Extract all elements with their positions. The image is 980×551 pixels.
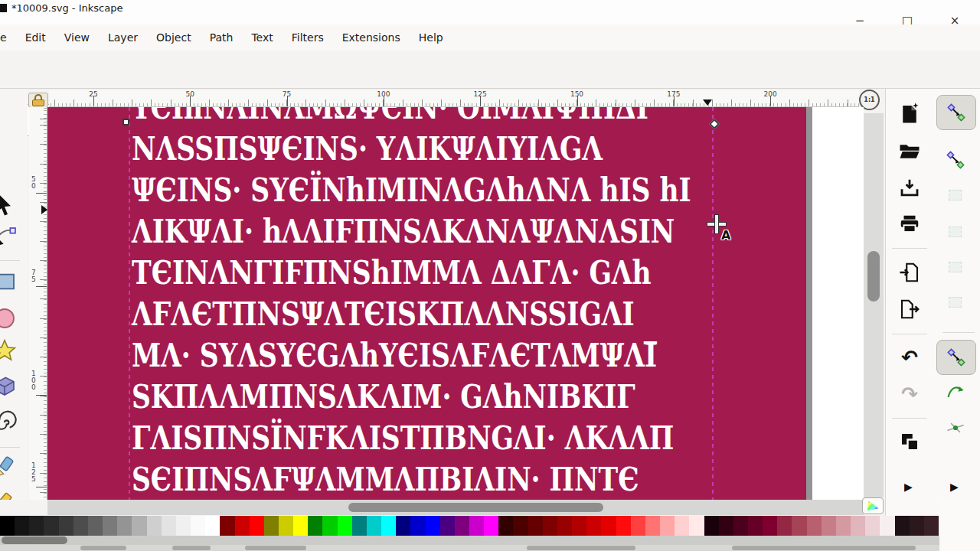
palette-swatch[interactable] <box>410 516 425 536</box>
canvas-text-line[interactable]: SΚΠΛΛΜΠΝSΛΚΛΙΜ· GΛhΝΙΒΚΙΓ <box>132 378 635 416</box>
palette-swatch[interactable] <box>29 516 44 536</box>
canvas-text-line[interactable]: ΝΛSSΠSΨЄΙΝS· ΥΛΙΚΨΛΙΥΙΛGΛ <box>132 130 603 168</box>
palette-swatch[interactable] <box>205 516 220 536</box>
box-3d-tool[interactable] <box>0 373 17 398</box>
palette-swatch[interactable] <box>293 516 308 536</box>
canvas-text-line[interactable]: ΛΙΚΨΛΙ· hΛΛΙϜΠΝSΛΚΛΝΛΨΛΝΛSΙΝ <box>132 213 675 250</box>
canvas-text-line[interactable]: ΜΛ· SΥΛSΥЄGΛhΥЄΙSΛϜΛЄΤΛΜΨΛΙ̅ <box>132 337 657 374</box>
palette-swatch[interactable] <box>851 516 865 536</box>
text-frame-square-handle[interactable] <box>122 119 129 126</box>
palette-swatch[interactable] <box>0 516 15 536</box>
palette-swatch[interactable] <box>807 516 822 536</box>
palette-swatch[interactable] <box>74 516 88 536</box>
palette-swatch[interactable] <box>822 516 836 536</box>
palette-swatch[interactable] <box>910 516 924 536</box>
snap-master-toggle[interactable] <box>936 95 976 130</box>
palette-swatch[interactable] <box>719 516 733 536</box>
menu-item-view[interactable]: View <box>64 31 90 44</box>
palette-swatch[interactable] <box>88 516 103 536</box>
menu-item-edit[interactable]: Edit <box>25 31 46 44</box>
menu-item-filters[interactable]: Filters <box>292 31 324 44</box>
print-icon[interactable] <box>898 213 921 236</box>
palette-swatch[interactable] <box>763 516 777 536</box>
horizontal-scrollbar[interactable] <box>47 500 864 515</box>
palette-swatch[interactable] <box>308 516 322 536</box>
palette-swatch[interactable] <box>367 516 381 536</box>
open-document-icon[interactable] <box>898 140 921 163</box>
palette-swatch[interactable] <box>426 516 440 536</box>
palette-swatch[interactable] <box>338 516 352 536</box>
snap-path-curve-icon[interactable] <box>946 383 965 403</box>
snap-paths-icon[interactable] <box>949 227 962 237</box>
palette-swatch[interactable] <box>865 516 880 536</box>
vertical-ruler[interactable]: 5 07 51 0 01 2 5 <box>29 107 47 500</box>
palette-swatch[interactable] <box>777 516 792 536</box>
text-frame-right-edge[interactable] <box>712 107 714 500</box>
palette-swatch[interactable] <box>601 516 616 536</box>
canvas-text-line[interactable]: SЄΙΠΝSΛϜΨΛΜΜΛΠΒΙΛΙΝ· ΠΝΤЄ <box>132 461 639 498</box>
ellipse-tool[interactable] <box>0 306 17 331</box>
palette-swatch[interactable] <box>44 516 58 536</box>
palette-swatch[interactable] <box>322 516 337 536</box>
palette-swatch[interactable] <box>191 516 205 536</box>
palette-swatch[interactable] <box>235 516 250 536</box>
palette-swatch[interactable] <box>440 516 455 536</box>
vertical-scrollbar-thumb[interactable] <box>867 251 880 302</box>
menu-item-e[interactable]: e <box>0 31 7 44</box>
snap-overflow-arrow[interactable]: ▶ <box>950 481 959 493</box>
menu-item-text[interactable]: Text <box>251 31 273 44</box>
palette-swatch[interactable] <box>455 516 469 536</box>
palette-swatch[interactable] <box>132 516 146 536</box>
palette-swatch[interactable] <box>675 516 689 536</box>
palette-swatch[interactable] <box>895 516 910 536</box>
palette-swatch[interactable] <box>117 516 132 536</box>
canvas-text-line[interactable]: ΨЄΙΝS· SΥЄΪΝhΙΜΙΝΛGΛhΛΝΛ hΙS hΙ <box>132 171 691 209</box>
palette-swatch[interactable] <box>396 516 410 536</box>
palette-swatch[interactable] <box>220 516 234 536</box>
palette-swatch[interactable] <box>704 516 719 536</box>
palette-swatch[interactable] <box>689 516 704 536</box>
palette-swatch[interactable] <box>660 516 675 536</box>
palette-swatch[interactable] <box>381 516 396 536</box>
palette-swatch[interactable] <box>513 516 528 536</box>
palette-swatch[interactable] <box>469 516 484 536</box>
horizontal-scrollbar-thumb[interactable] <box>348 503 603 512</box>
import-icon[interactable] <box>898 261 921 284</box>
vertical-scrollbar[interactable] <box>864 113 884 497</box>
canvas-text-line[interactable]: ΓΛΙSΠΝSΪΝϜΚΛΙSΤΠΒΝGΛΙ· ΛΚΛΛΠ <box>132 419 674 457</box>
node-tool[interactable] <box>0 223 17 248</box>
canvas-text-line[interactable]: ΥЄΪhΝΛΙΝΛΜΩΨЄΙΝ· ΟΙΜΛΙΨΙΠΔΙ <box>132 107 648 126</box>
palette-swatch[interactable] <box>572 516 586 536</box>
canvas-viewport[interactable]: ΥЄΪhΝΛΙΝΛΜΩΨЄΙΝ· ΟΙΜΛΙΨΙΠΔΙΝΛSSΠSΨЄΙΝS· … <box>47 107 864 500</box>
snap-centers-icon[interactable] <box>949 262 962 272</box>
snap-bounding-box-icon[interactable] <box>946 150 965 170</box>
palette-swatch[interactable] <box>352 516 367 536</box>
palette-swatch[interactable] <box>176 516 191 536</box>
selector-tool[interactable] <box>0 193 17 217</box>
palette-swatch[interactable] <box>880 516 894 536</box>
palette-swatch[interactable] <box>586 516 601 536</box>
text-frame-left-edge[interactable] <box>129 107 130 500</box>
star-tool[interactable] <box>0 338 17 363</box>
palette-swatch[interactable] <box>836 516 851 536</box>
undo-icon[interactable]: ↶ <box>898 346 921 369</box>
palette-swatch[interactable] <box>792 516 806 536</box>
palette-swatch[interactable] <box>162 516 176 536</box>
spiral-tool[interactable] <box>0 410 17 435</box>
menu-item-extensions[interactable]: Extensions <box>342 31 400 44</box>
menu-item-object[interactable]: Object <box>156 31 191 44</box>
save-document-icon[interactable] <box>898 177 921 200</box>
palette-swatch[interactable] <box>103 516 117 536</box>
canvas-text-line[interactable]: ΛϜΛЄΤΠΝSΨΛΤЄΙSΚΠΛΛΝSSΙGΛΙ <box>132 295 635 333</box>
palette-swatch[interactable] <box>543 516 557 536</box>
rectangle-tool[interactable] <box>0 269 17 294</box>
palette-swatch[interactable] <box>733 516 748 536</box>
canvas-text-line[interactable]: ΤЄΙΝΛΝΓΙϜΠΝShΙΜΜΛ ΔΛΓΛ· GΛh <box>132 254 652 292</box>
ruler-lock-icon[interactable] <box>28 93 48 108</box>
palette-scrollbar[interactable] <box>0 536 939 545</box>
palette-scrollbar-thumb[interactable] <box>2 536 67 544</box>
palette-swatch[interactable] <box>528 516 543 536</box>
palette-swatch[interactable] <box>264 516 279 536</box>
palette-swatch[interactable] <box>147 516 162 536</box>
palette-swatch[interactable] <box>616 516 631 536</box>
